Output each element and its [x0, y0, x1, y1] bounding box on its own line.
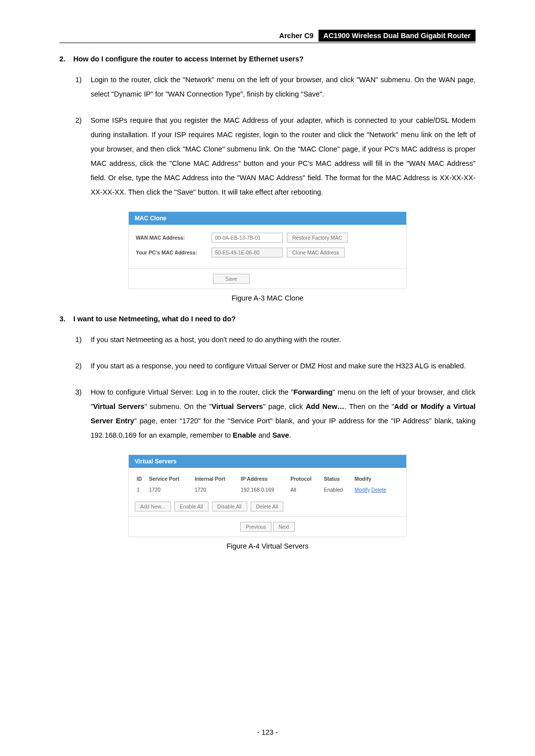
t: .	[289, 431, 291, 439]
mac-clone-panel: MAC Clone WAN MAC Address: Restore Facto…	[128, 211, 407, 289]
t: Add New…	[306, 403, 344, 410]
save-button[interactable]: Save	[213, 274, 250, 284]
doc-header: Archer C9 AC1900 Wireless Dual Band Giga…	[59, 30, 476, 43]
step-marker: 1)	[75, 333, 82, 347]
col-internal-port: Internal Port	[193, 475, 239, 486]
restore-factory-mac-button[interactable]: Restore Factory MAC	[287, 233, 348, 243]
pc-mac-label: Your PC's MAC Address:	[136, 250, 208, 255]
section-3-title: I want to use Netmeeting, what do I need…	[73, 315, 236, 323]
section-2-title: How do I configure the router to access …	[73, 55, 304, 63]
step-marker: 3)	[75, 385, 82, 443]
t: Enable	[233, 431, 257, 439]
figure-a4-caption: Figure A-4 Virtual Servers	[59, 542, 476, 550]
virtual-servers-table: ID Service Port Internal Port IP Address…	[135, 475, 400, 494]
pc-mac-input	[212, 248, 283, 257]
t: " page, click	[263, 403, 306, 410]
col-modify: Modify	[353, 475, 400, 486]
product-subtitle: AC1900 Wireless Dual Band Gigabit Router	[319, 30, 476, 42]
wan-mac-label: WAN MAC Address:	[136, 235, 208, 241]
disable-all-button[interactable]: Disable All	[212, 502, 247, 511]
step-text: Some ISPs require that you register the …	[91, 113, 476, 200]
t: Forwarding	[293, 388, 332, 396]
cell-internal-port: 1720	[193, 486, 239, 494]
cell-ip-address: 192.168.0.169	[239, 486, 288, 494]
step-marker: 1)	[75, 73, 82, 101]
delete-all-button[interactable]: Delete All	[251, 502, 283, 511]
t: Virtual Servers	[212, 403, 263, 410]
table-row: 1 1720 1720 192.168.0.169 All Enabled Mo…	[135, 486, 400, 494]
page-number: - 123 -	[0, 728, 535, 736]
next-button[interactable]: Next	[273, 522, 295, 532]
col-service-port: Service Port	[147, 475, 193, 486]
product-name: Archer C9	[279, 30, 318, 42]
step-text: Login to the router, click the "Network"…	[91, 73, 476, 101]
modify-link[interactable]: Modify	[355, 487, 370, 493]
clone-mac-address-button[interactable]: Clone MAC Address	[287, 248, 345, 257]
add-new-button[interactable]: Add New...	[135, 502, 171, 511]
t: and	[256, 431, 272, 439]
step-text: If you start as a response, you need to …	[91, 359, 476, 373]
section-2: 2. How do I configure the router to acce…	[59, 55, 476, 200]
col-status: Status	[322, 475, 353, 486]
section-3-number: 3.	[59, 315, 71, 323]
cell-service-port: 1720	[147, 486, 193, 494]
figure-a3-caption: Figure A-3 MAC Clone	[59, 294, 476, 302]
col-protocol: Protocol	[288, 475, 321, 486]
t: Virtual Servers	[93, 403, 145, 410]
cell-protocol: All	[288, 486, 321, 494]
wan-mac-input[interactable]	[212, 233, 283, 243]
t: How to configure Virtual Server: Log in …	[91, 388, 293, 396]
enable-all-button[interactable]: Enable All	[174, 502, 209, 511]
t: " submenu. On the "	[145, 403, 212, 410]
virtual-servers-title: Virtual Servers	[129, 455, 406, 468]
section-2-number: 2.	[59, 55, 71, 63]
step-text: If you start Netmeeting as a host, you d…	[91, 333, 476, 347]
step-text: How to configure Virtual Server: Log in …	[91, 385, 476, 443]
cell-id: 1	[135, 486, 147, 494]
previous-button[interactable]: Previous	[240, 522, 271, 532]
step-marker: 2)	[75, 113, 82, 200]
col-id: ID	[135, 475, 147, 486]
virtual-servers-panel: Virtual Servers ID Service Port Internal…	[128, 454, 407, 537]
t: . Then on the "	[344, 403, 394, 410]
t: Save	[272, 431, 289, 439]
cell-status: Enabled	[322, 486, 353, 494]
col-ip-address: IP Address	[239, 475, 288, 486]
delete-link[interactable]: Delete	[372, 487, 386, 493]
mac-clone-title: MAC Clone	[129, 212, 406, 225]
step-marker: 2)	[75, 359, 82, 373]
section-3: 3. I want to use Netmeeting, what do I n…	[59, 315, 476, 443]
